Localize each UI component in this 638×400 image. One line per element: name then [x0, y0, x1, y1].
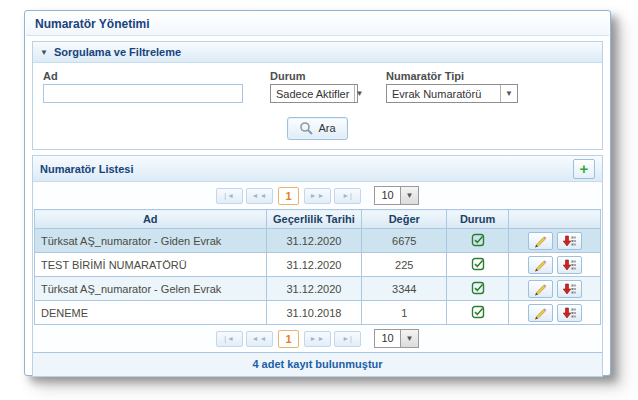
header-actions [509, 210, 601, 229]
cell-deger: 1 [362, 301, 447, 325]
first-page-button[interactable]: |◄ [216, 331, 243, 347]
numarator-tipi-label: Numaratör Tipi [386, 70, 518, 82]
cell-tarih: 31.12.2020 [266, 277, 362, 301]
page-size-value: 10 [374, 329, 401, 348]
search-button-label: Ara [318, 122, 335, 134]
edit-button[interactable] [528, 232, 553, 250]
last-page-button[interactable]: ►| [334, 331, 361, 347]
pencil-icon [532, 233, 548, 249]
edit-button[interactable] [528, 280, 553, 298]
assign-number-icon [561, 258, 577, 272]
page-size-select[interactable]: 10 ▼ [374, 186, 419, 205]
chevron-down-icon[interactable]: ▼ [354, 85, 363, 102]
cell-actions [509, 253, 601, 277]
field-numarator-tipi: Numaratör Tipi Evrak Numaratörü ▼ [386, 70, 518, 103]
cell-durum [447, 253, 509, 277]
durum-label: Durum [270, 70, 358, 82]
pencil-icon [532, 305, 548, 321]
active-check-icon [471, 305, 485, 319]
cell-durum [447, 277, 509, 301]
durum-select[interactable]: Sadece Aktifler ▼ [270, 84, 358, 103]
filter-panel-header[interactable]: ▼ Sorgulama ve Filtreleme [33, 42, 602, 63]
field-durum: Durum Sadece Aktifler ▼ [270, 70, 358, 103]
cell-ad: DENEME [35, 301, 267, 325]
active-check-icon [471, 233, 485, 247]
edit-button[interactable] [528, 256, 553, 274]
filter-body: Ad Durum Sadece Aktifler ▼ Numaratör Tip… [33, 63, 602, 149]
assign-number-button[interactable] [557, 232, 582, 250]
cell-ad: Türksat AŞ_numarator - Giden Evrak [35, 229, 267, 253]
filter-panel-title: Sorgulama ve Filtreleme [54, 46, 181, 58]
cell-actions [509, 229, 601, 253]
numarator-table: Ad Geçerlilik Tarihi Değer Durum Türksat… [34, 209, 601, 325]
list-panel: Numaratör Listesi + |◄ ◄◄ 1 ►► ►| 10 ▼ A… [32, 155, 603, 377]
first-page-button[interactable]: |◄ [216, 188, 243, 204]
cell-actions [509, 301, 601, 325]
numarator-tipi-select[interactable]: Evrak Numaratörü ▼ [386, 84, 518, 103]
search-icon [299, 121, 313, 135]
table-header-row: Ad Geçerlilik Tarihi Değer Durum [35, 210, 601, 229]
paginator-bottom: |◄ ◄◄ 1 ►► ►| 10 ▼ [33, 325, 602, 352]
chevron-down-icon[interactable]: ▼ [401, 329, 419, 348]
assign-number-icon [561, 234, 577, 248]
prev-page-button[interactable]: ◄◄ [246, 188, 273, 204]
field-ad: Ad [43, 70, 243, 103]
cell-ad: TEST BİRİMİ NUMARATÖRÜ [35, 253, 267, 277]
chevron-down-icon[interactable]: ▼ [401, 186, 419, 205]
assign-number-button[interactable] [557, 280, 582, 298]
numarator-tipi-select-value: Evrak Numaratörü [387, 88, 500, 100]
last-page-button[interactable]: ►| [334, 188, 361, 204]
pencil-icon [532, 281, 548, 297]
cell-actions [509, 277, 601, 301]
active-check-icon [471, 257, 485, 271]
header-deger[interactable]: Değer [362, 210, 447, 229]
assign-number-icon [561, 282, 577, 296]
assign-number-button[interactable] [557, 256, 582, 274]
pencil-icon [532, 257, 548, 273]
numarator-yonetimi-window: Numaratör Yönetimi ▼ Sorgulama ve Filtre… [24, 10, 611, 376]
table-row[interactable]: Türksat AŞ_numarator - Gelen Evrak 31.12… [35, 277, 601, 301]
table-row[interactable]: Türksat AŞ_numarator - Giden Evrak 31.12… [35, 229, 601, 253]
current-page-button[interactable]: 1 [278, 187, 299, 205]
cell-tarih: 31.10.2018 [266, 301, 362, 325]
cell-tarih: 31.12.2020 [266, 229, 362, 253]
edit-button[interactable] [528, 304, 553, 322]
ad-input[interactable] [43, 84, 243, 103]
assign-number-button[interactable] [557, 304, 582, 322]
cell-deger: 6675 [362, 229, 447, 253]
paginator-top: |◄ ◄◄ 1 ►► ►| 10 ▼ [33, 182, 602, 209]
table-row[interactable]: DENEME 31.10.2018 1 [35, 301, 601, 325]
cell-ad: Türksat AŞ_numarator - Gelen Evrak [35, 277, 267, 301]
ad-label: Ad [43, 70, 243, 82]
current-page-button[interactable]: 1 [278, 330, 299, 348]
next-page-button[interactable]: ►► [304, 188, 331, 204]
prev-page-button[interactable]: ◄◄ [246, 331, 273, 347]
cell-deger: 3344 [362, 277, 447, 301]
list-panel-header: Numaratör Listesi + [33, 156, 602, 182]
assign-number-icon [561, 306, 577, 320]
record-count-status: 4 adet kayıt bulunmuştur [33, 352, 602, 376]
search-button[interactable]: Ara [287, 117, 347, 140]
cell-durum [447, 301, 509, 325]
collapse-icon[interactable]: ▼ [40, 48, 48, 57]
next-page-button[interactable]: ►► [304, 331, 331, 347]
cell-durum [447, 229, 509, 253]
cell-tarih: 31.12.2020 [266, 253, 362, 277]
cell-deger: 225 [362, 253, 447, 277]
header-ad[interactable]: Ad [35, 210, 267, 229]
table-row[interactable]: TEST BİRİMİ NUMARATÖRÜ 31.12.2020 225 [35, 253, 601, 277]
page-title: Numaratör Yönetimi [26, 12, 609, 36]
header-durum[interactable]: Durum [447, 210, 509, 229]
page-size-value: 10 [374, 186, 401, 205]
header-tarih[interactable]: Geçerlilik Tarihi [266, 210, 362, 229]
page-size-select[interactable]: 10 ▼ [374, 329, 419, 348]
add-numarator-button[interactable]: + [573, 159, 595, 179]
durum-select-value: Sadece Aktifler [271, 88, 354, 100]
list-panel-title: Numaratör Listesi [40, 163, 134, 175]
filter-panel: ▼ Sorgulama ve Filtreleme Ad Durum Sadec… [32, 41, 603, 150]
chevron-down-icon[interactable]: ▼ [500, 85, 517, 102]
active-check-icon [471, 281, 485, 295]
